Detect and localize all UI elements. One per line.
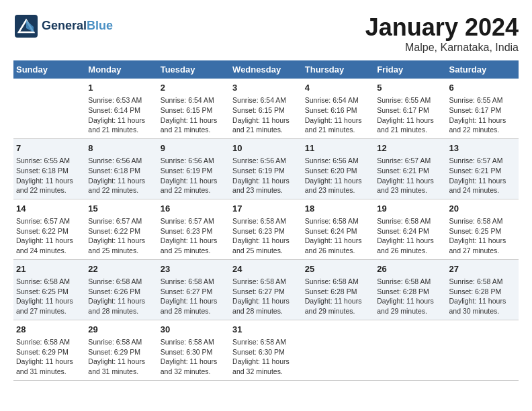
calendar-cell (374, 320, 446, 380)
day-number: 30 (161, 324, 227, 336)
day-number: 26 (377, 263, 443, 275)
calendar-cell: 22Sunrise: 6:58 AMSunset: 6:26 PMDayligh… (85, 259, 157, 320)
calendar-cell: 11Sunrise: 6:56 AMSunset: 6:20 PMDayligh… (302, 138, 374, 199)
day-info: Sunrise: 6:56 AMSunset: 6:19 PMDaylight:… (232, 156, 300, 195)
day-number: 24 (232, 263, 300, 275)
week-row-1: 1Sunrise: 6:53 AMSunset: 6:14 PMDaylight… (13, 79, 519, 138)
day-info: Sunrise: 6:58 AMSunset: 6:27 PMDaylight:… (161, 277, 227, 316)
day-info: Sunrise: 6:57 AMSunset: 6:22 PMDaylight:… (88, 216, 154, 256)
calendar-header-row: SundayMondayTuesdayWednesdayThursdayFrid… (13, 60, 519, 79)
day-number: 23 (161, 263, 227, 275)
header-friday: Friday (374, 60, 446, 79)
calendar-table: SundayMondayTuesdayWednesdayThursdayFrid… (13, 60, 519, 381)
day-number: 5 (377, 82, 443, 94)
calendar-cell: 7Sunrise: 6:55 AMSunset: 6:18 PMDaylight… (13, 138, 85, 199)
day-info: Sunrise: 6:56 AMSunset: 6:20 PMDaylight:… (305, 156, 371, 195)
calendar-cell: 27Sunrise: 6:58 AMSunset: 6:28 PMDayligh… (447, 259, 519, 320)
calendar-cell: 13Sunrise: 6:57 AMSunset: 6:21 PMDayligh… (447, 138, 519, 199)
day-number: 25 (305, 263, 371, 275)
calendar-cell: 10Sunrise: 6:56 AMSunset: 6:19 PMDayligh… (230, 138, 302, 199)
header-thursday: Thursday (302, 60, 374, 79)
day-number: 31 (232, 324, 300, 336)
week-row-4: 21Sunrise: 6:58 AMSunset: 6:25 PMDayligh… (13, 259, 519, 320)
calendar-cell: 29Sunrise: 6:58 AMSunset: 6:29 PMDayligh… (85, 320, 157, 380)
day-info: Sunrise: 6:55 AMSunset: 6:17 PMDaylight:… (449, 95, 517, 135)
day-number: 14 (16, 203, 83, 215)
calendar-cell: 23Sunrise: 6:58 AMSunset: 6:27 PMDayligh… (158, 259, 230, 320)
day-info: Sunrise: 6:58 AMSunset: 6:25 PMDaylight:… (449, 216, 517, 256)
day-info: Sunrise: 6:54 AMSunset: 6:15 PMDaylight:… (232, 95, 300, 135)
calendar-cell: 18Sunrise: 6:58 AMSunset: 6:24 PMDayligh… (302, 199, 374, 259)
day-info: Sunrise: 6:58 AMSunset: 6:27 PMDaylight:… (232, 277, 300, 316)
day-info: Sunrise: 6:58 AMSunset: 6:24 PMDaylight:… (305, 216, 371, 256)
calendar-cell: 14Sunrise: 6:57 AMSunset: 6:22 PMDayligh… (13, 199, 85, 259)
day-number: 1 (88, 82, 154, 94)
day-info: Sunrise: 6:57 AMSunset: 6:23 PMDaylight:… (161, 216, 227, 256)
day-info: Sunrise: 6:58 AMSunset: 6:29 PMDaylight:… (16, 337, 83, 377)
calendar-cell: 1Sunrise: 6:53 AMSunset: 6:14 PMDaylight… (85, 79, 157, 138)
day-number: 10 (232, 142, 300, 154)
month-title: January 2024 (365, 13, 519, 42)
calendar-cell (13, 79, 85, 138)
day-info: Sunrise: 6:57 AMSunset: 6:21 PMDaylight:… (449, 156, 517, 195)
day-number: 13 (449, 142, 517, 154)
day-info: Sunrise: 6:58 AMSunset: 6:30 PMDaylight:… (161, 337, 227, 377)
header-sunday: Sunday (13, 60, 85, 79)
header-saturday: Saturday (447, 60, 519, 79)
day-number: 3 (232, 82, 300, 94)
day-number: 17 (232, 203, 300, 215)
calendar-cell: 4Sunrise: 6:54 AMSunset: 6:16 PMDaylight… (302, 79, 374, 138)
calendar-cell: 17Sunrise: 6:58 AMSunset: 6:23 PMDayligh… (230, 199, 302, 259)
day-number: 11 (305, 142, 371, 154)
day-info: Sunrise: 6:56 AMSunset: 6:19 PMDaylight:… (161, 156, 227, 195)
calendar-cell (447, 320, 519, 380)
day-number: 21 (16, 263, 83, 275)
day-info: Sunrise: 6:53 AMSunset: 6:14 PMDaylight:… (88, 95, 154, 135)
day-number: 6 (449, 82, 517, 94)
day-info: Sunrise: 6:58 AMSunset: 6:24 PMDaylight:… (377, 216, 443, 256)
day-info: Sunrise: 6:58 AMSunset: 6:26 PMDaylight:… (88, 277, 154, 316)
day-info: Sunrise: 6:54 AMSunset: 6:16 PMDaylight:… (305, 95, 371, 135)
day-info: Sunrise: 6:57 AMSunset: 6:21 PMDaylight:… (377, 156, 443, 195)
day-info: Sunrise: 6:55 AMSunset: 6:17 PMDaylight:… (377, 95, 443, 135)
day-number: 29 (88, 324, 154, 336)
day-number: 19 (377, 203, 443, 215)
day-number: 8 (88, 142, 154, 154)
day-number: 28 (16, 324, 83, 336)
logo: GeneralBlue (13, 13, 113, 39)
calendar-cell: 9Sunrise: 6:56 AMSunset: 6:19 PMDaylight… (158, 138, 230, 199)
header-tuesday: Tuesday (158, 60, 230, 79)
week-row-5: 28Sunrise: 6:58 AMSunset: 6:29 PMDayligh… (13, 320, 519, 380)
day-number: 15 (88, 203, 154, 215)
day-number: 20 (449, 203, 517, 215)
day-info: Sunrise: 6:55 AMSunset: 6:18 PMDaylight:… (16, 156, 83, 195)
header-wednesday: Wednesday (230, 60, 302, 79)
day-info: Sunrise: 6:58 AMSunset: 6:28 PMDaylight:… (305, 277, 371, 316)
day-number: 27 (449, 263, 517, 275)
calendar-cell: 26Sunrise: 6:58 AMSunset: 6:28 PMDayligh… (374, 259, 446, 320)
day-info: Sunrise: 6:58 AMSunset: 6:30 PMDaylight:… (232, 337, 300, 377)
day-info: Sunrise: 6:58 AMSunset: 6:25 PMDaylight:… (16, 277, 83, 316)
header-monday: Monday (85, 60, 157, 79)
week-row-2: 7Sunrise: 6:55 AMSunset: 6:18 PMDaylight… (13, 138, 519, 199)
day-number: 7 (16, 142, 83, 154)
day-number: 22 (88, 263, 154, 275)
week-row-3: 14Sunrise: 6:57 AMSunset: 6:22 PMDayligh… (13, 199, 519, 259)
calendar-cell: 15Sunrise: 6:57 AMSunset: 6:22 PMDayligh… (85, 199, 157, 259)
calendar-cell: 24Sunrise: 6:58 AMSunset: 6:27 PMDayligh… (230, 259, 302, 320)
page-header: GeneralBlue January 2024 Malpe, Karnatak… (13, 13, 519, 54)
logo-icon (13, 13, 39, 39)
calendar-cell: 3Sunrise: 6:54 AMSunset: 6:15 PMDaylight… (230, 79, 302, 138)
day-number: 16 (161, 203, 227, 215)
calendar-cell: 6Sunrise: 6:55 AMSunset: 6:17 PMDaylight… (447, 79, 519, 138)
day-number: 18 (305, 203, 371, 215)
day-info: Sunrise: 6:56 AMSunset: 6:18 PMDaylight:… (88, 156, 154, 195)
calendar-cell: 5Sunrise: 6:55 AMSunset: 6:17 PMDaylight… (374, 79, 446, 138)
calendar-cell: 30Sunrise: 6:58 AMSunset: 6:30 PMDayligh… (158, 320, 230, 380)
calendar-cell: 31Sunrise: 6:58 AMSunset: 6:30 PMDayligh… (230, 320, 302, 380)
day-info: Sunrise: 6:58 AMSunset: 6:28 PMDaylight:… (449, 277, 517, 316)
day-number: 4 (305, 82, 371, 94)
calendar-cell: 16Sunrise: 6:57 AMSunset: 6:23 PMDayligh… (158, 199, 230, 259)
calendar-cell: 28Sunrise: 6:58 AMSunset: 6:29 PMDayligh… (13, 320, 85, 380)
day-info: Sunrise: 6:58 AMSunset: 6:28 PMDaylight:… (377, 277, 443, 316)
